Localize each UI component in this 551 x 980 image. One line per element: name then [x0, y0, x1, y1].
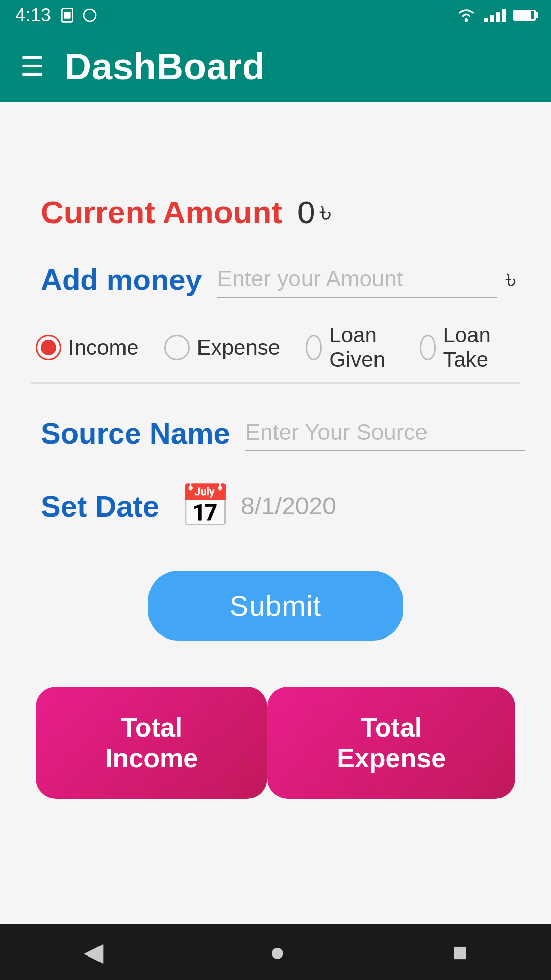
svg-point-3: [465, 19, 468, 22]
sim-card-icon: [59, 7, 76, 23]
total-expense-button[interactable]: Total Expense: [267, 687, 515, 799]
battery-icon: [513, 10, 536, 21]
date-picker-button[interactable]: 📅 8/1/2020: [180, 482, 336, 530]
status-bar-left: 4:13: [15, 5, 98, 26]
radio-circle-income: [36, 335, 61, 360]
main-content: Current Amount 0 ৳ Add money ৳ Income Ex…: [0, 102, 551, 799]
app-bar: ☰ DashBoard: [0, 31, 551, 102]
bottom-buttons: Total Income Total Expense: [31, 687, 520, 799]
amount-input-wrapper: ৳: [217, 261, 516, 298]
radio-label-expense: Expense: [197, 335, 280, 360]
wifi-icon: [456, 8, 477, 23]
submit-section: Submit: [31, 571, 520, 641]
current-amount-value: 0 ৳: [297, 194, 331, 230]
amount-currency-symbol: ৳: [506, 263, 516, 296]
total-income-button[interactable]: Total Income: [36, 687, 267, 799]
radio-label-loan-taken: Loan Take: [443, 323, 500, 372]
signal-bars-icon: [484, 8, 506, 22]
source-name-label: Source Name: [41, 416, 230, 450]
radio-circle-expense: [164, 335, 190, 360]
current-amount-label: Current Amount: [41, 194, 282, 230]
status-time: 4:13: [15, 5, 51, 26]
current-amount-number: 0: [297, 194, 315, 230]
svg-rect-1: [64, 12, 70, 18]
status-icons-left: [59, 7, 98, 23]
radio-group: Income Expense Loan Given Loan Take: [31, 323, 520, 384]
radio-label-loan-given: Loan Given: [329, 323, 394, 372]
status-icons-right: [456, 8, 536, 23]
current-amount-currency: ৳: [320, 194, 331, 230]
back-button[interactable]: ◀: [84, 937, 103, 967]
amount-input[interactable]: [217, 261, 497, 298]
radio-circle-loan-given: [306, 335, 322, 360]
source-input[interactable]: [245, 414, 525, 451]
hamburger-menu-icon[interactable]: ☰: [20, 53, 44, 80]
recent-button[interactable]: ■: [452, 937, 467, 967]
home-button[interactable]: ●: [270, 937, 285, 967]
set-date-section: Set Date 📅 8/1/2020: [31, 482, 520, 530]
radio-inner-income: [41, 340, 56, 355]
calendar-icon: 📅: [180, 482, 231, 530]
submit-button[interactable]: Submit: [148, 571, 403, 641]
radio-expense[interactable]: Expense: [164, 335, 280, 360]
nav-bar: ◀ ● ■: [0, 924, 551, 980]
radio-loan-given[interactable]: Loan Given: [306, 323, 394, 372]
radio-label-income: Income: [68, 335, 139, 360]
radio-income[interactable]: Income: [36, 335, 139, 360]
app-title: DashBoard: [65, 45, 265, 87]
radio-loan-taken[interactable]: Loan Take: [420, 323, 500, 372]
status-bar: 4:13: [0, 0, 551, 31]
add-money-section: Add money ৳: [31, 261, 520, 298]
add-money-label: Add money: [41, 262, 202, 297]
source-name-section: Source Name: [31, 414, 520, 451]
set-date-label: Set Date: [41, 489, 159, 523]
date-value: 8/1/2020: [241, 492, 336, 520]
circle-icon: [82, 7, 98, 23]
current-amount-section: Current Amount 0 ৳: [31, 194, 520, 230]
radio-circle-loan-taken: [420, 335, 436, 360]
